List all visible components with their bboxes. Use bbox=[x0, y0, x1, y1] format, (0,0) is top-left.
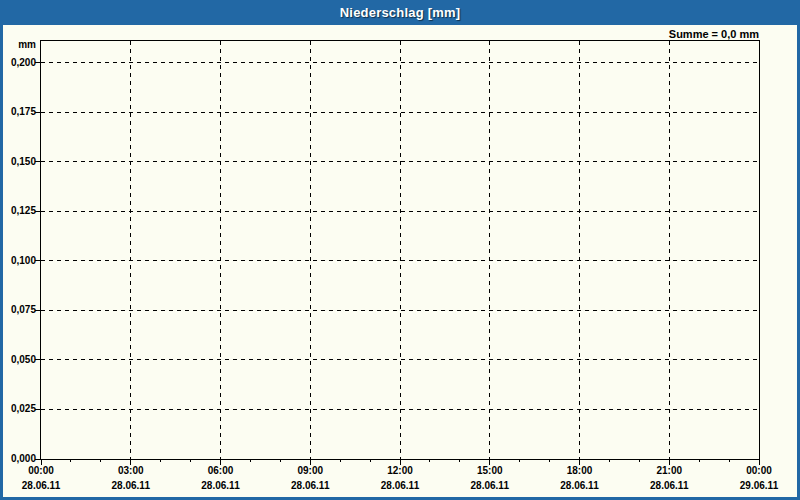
x-axis-date-label: 28.06.11 bbox=[650, 480, 688, 491]
x-axis-minor-tick bbox=[729, 459, 730, 462]
y-axis-tick-label: 0,075 bbox=[0, 304, 36, 315]
chart-window: Niederschlag [mm] Summe = 0,0 mm mm 0,20… bbox=[0, 0, 800, 500]
x-axis-minor-tick bbox=[639, 459, 640, 462]
y-axis-tick-label: 0,025 bbox=[0, 403, 36, 414]
y-axis-tick-label: 0,000 bbox=[0, 453, 36, 464]
vertical-gridline bbox=[579, 41, 580, 459]
x-axis-minor-tick bbox=[609, 459, 610, 462]
vertical-gridline bbox=[489, 41, 490, 459]
y-axis-tick-label: 0,200 bbox=[0, 57, 36, 68]
x-axis-date-label: 28.06.11 bbox=[381, 480, 419, 491]
x-axis-time-label: 03:00 bbox=[118, 465, 144, 476]
y-axis-tick-label: 0,125 bbox=[0, 205, 36, 216]
x-axis-minor-tick bbox=[549, 459, 550, 462]
y-axis-unit-label: mm bbox=[0, 39, 36, 50]
x-axis-date-label: 28.06.11 bbox=[201, 480, 239, 491]
vertical-gridline bbox=[669, 41, 670, 459]
x-axis-date-label: 28.06.11 bbox=[560, 480, 598, 491]
x-axis-minor-tick bbox=[280, 459, 281, 462]
x-axis-minor-tick bbox=[70, 459, 71, 462]
chart-title-bar: Niederschlag [mm] bbox=[0, 0, 800, 25]
vertical-gridline bbox=[310, 41, 311, 459]
y-axis-tick-label: 0,150 bbox=[0, 156, 36, 167]
vertical-gridline bbox=[130, 41, 131, 459]
x-axis-minor-tick bbox=[190, 459, 191, 462]
y-axis-tick-label: 0,175 bbox=[0, 106, 36, 117]
x-axis-time-label: 18:00 bbox=[567, 465, 593, 476]
x-axis-time-label: 21:00 bbox=[656, 465, 682, 476]
x-axis-date-label: 28.06.11 bbox=[112, 480, 150, 491]
sum-annotation: Summe = 0,0 mm bbox=[669, 28, 759, 40]
vertical-gridline bbox=[400, 41, 401, 459]
x-axis-time-label: 06:00 bbox=[208, 465, 234, 476]
x-axis-time-label: 00:00 bbox=[746, 465, 772, 476]
plot-area: mm 0,2000,1750,1500,1250,1000,0750,0500,… bbox=[40, 40, 760, 460]
x-axis-minor-tick bbox=[160, 459, 161, 462]
x-axis-date-label: 28.06.11 bbox=[471, 480, 509, 491]
x-axis-minor-tick bbox=[429, 459, 430, 462]
chart-title: Niederschlag [mm] bbox=[340, 5, 460, 20]
x-axis-time-label: 15:00 bbox=[477, 465, 503, 476]
x-axis-time-label: 09:00 bbox=[297, 465, 323, 476]
y-axis-tick-label: 0,050 bbox=[0, 354, 36, 365]
x-axis-minor-tick bbox=[459, 459, 460, 462]
x-axis-minor-tick bbox=[699, 459, 700, 462]
x-axis-minor-tick bbox=[100, 459, 101, 462]
x-axis-minor-tick bbox=[340, 459, 341, 462]
x-axis-date-label: 28.06.11 bbox=[22, 480, 60, 491]
x-axis-date-label: 28.06.11 bbox=[291, 480, 329, 491]
y-axis-tick-label: 0,100 bbox=[0, 255, 36, 266]
x-axis-date-label: 29.06.11 bbox=[740, 480, 778, 491]
x-axis-minor-tick bbox=[370, 459, 371, 462]
x-axis-minor-tick bbox=[250, 459, 251, 462]
chart-content: Summe = 0,0 mm mm 0,2000,1750,1500,1250,… bbox=[3, 25, 797, 497]
vertical-gridline bbox=[220, 41, 221, 459]
x-axis-minor-tick bbox=[519, 459, 520, 462]
x-axis-time-label: 00:00 bbox=[28, 465, 54, 476]
x-axis-time-label: 12:00 bbox=[387, 465, 413, 476]
